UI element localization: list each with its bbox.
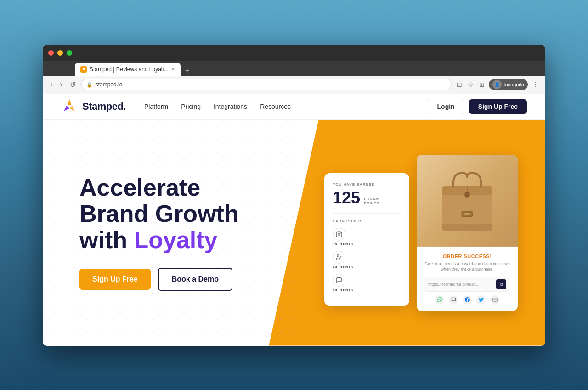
share-email-icon[interactable] (490, 295, 499, 305)
incognito-badge[interactable]: 👤 Incognito (489, 79, 528, 90)
svg-marker-2 (69, 106, 75, 111)
point-item-review: 50 POINTS (333, 273, 401, 292)
address-bar[interactable]: 🔒 stamped.io (81, 79, 452, 90)
svg-marker-0 (68, 99, 71, 105)
point-item-referral: 40 POINTS (333, 250, 401, 269)
review-points: 50 POINTS (333, 288, 353, 292)
share-sms-icon[interactable] (449, 295, 458, 305)
referral-points: 40 POINTS (333, 265, 353, 269)
back-button[interactable]: ‹ (48, 79, 54, 90)
headline-line2: Brand Growth (79, 200, 239, 227)
login-button[interactable]: Login (428, 99, 464, 114)
new-tab-button[interactable]: + (181, 67, 193, 75)
svg-rect-3 (336, 232, 342, 237)
hero-headline: Accelerate Brand Growth with Loyalty (79, 175, 239, 254)
logo[interactable]: Stamped. (61, 98, 126, 115)
headline-highlight: Loyalty (134, 226, 217, 253)
lock-icon: 🔒 (86, 82, 93, 88)
reload-button[interactable]: ↺ (68, 79, 78, 90)
logo-text: Stamped. (82, 101, 126, 113)
order-success-title: ORDER SUCCESS! (424, 253, 510, 259)
svg-point-6 (337, 254, 339, 257)
point-item-instagram: 35 POINTS (333, 227, 401, 246)
tab-close-button[interactable]: ✕ (171, 67, 175, 72)
share-whatsapp-icon[interactable] (435, 295, 444, 305)
copy-url-button[interactable]: ⧉ (496, 279, 506, 289)
svg-point-4 (338, 233, 340, 235)
product-image-area (417, 154, 518, 246)
website-content: Stamped. Platform Pricing Integrations R… (43, 94, 545, 346)
points-number: 125 (333, 188, 360, 207)
hero-buttons: Sign Up Free Book a Demo (79, 268, 239, 291)
instagram-points: 35 POINTS (333, 242, 353, 246)
tab-favicon: ★ (80, 66, 87, 73)
traffic-light-minimize[interactable] (57, 50, 63, 56)
browser-window: ★ Stamped | Reviews and Loyalt... ✕ + ‹ … (43, 45, 545, 346)
cast-icon[interactable]: ⊡ (455, 79, 464, 90)
browser-toolbar: ‹ › ↺ 🔒 stamped.io ⊡ ☆ ⊞ 👤 Incognito ⋮ (43, 76, 545, 94)
nav-integrations[interactable]: Integrations (214, 103, 247, 110)
order-success-desc: Give your friends a reward and claim you… (424, 260, 510, 272)
svg-marker-1 (64, 106, 69, 111)
share-facebook-icon[interactable] (463, 295, 472, 305)
product-ui: YOU HAVE EARNED 125 LORAMPOINTS EARN POI… (324, 154, 518, 311)
hero-demo-button[interactable]: Book a Demo (158, 268, 232, 291)
share-url-text: https://loramhome.com/a/... (428, 282, 494, 287)
active-tab[interactable]: ★ Stamped | Reviews and Loyalt... ✕ (75, 63, 181, 76)
earn-label: EARN POINTS (333, 219, 401, 223)
nav-links: Platform Pricing Integrations Resources (144, 103, 291, 110)
incognito-label: Incognito (503, 82, 524, 87)
hero-signup-button[interactable]: Sign Up Free (79, 269, 151, 290)
product-image-card: ORDER SUCCESS! Give your friends a rewar… (417, 154, 518, 311)
browser-tab-bar: ★ Stamped | Reviews and Loyalt... ✕ + (43, 61, 545, 76)
handbag-image (435, 164, 499, 237)
navbar: Stamped. Platform Pricing Integrations R… (43, 94, 545, 120)
traffic-light-maximize[interactable] (67, 50, 72, 56)
share-twitter-icon[interactable] (476, 295, 486, 305)
review-icon (333, 273, 345, 286)
logo-icon (61, 98, 78, 115)
svg-rect-14 (442, 223, 492, 230)
toolbar-right: ⊡ ☆ ⊞ 👤 Incognito ⋮ (455, 79, 540, 90)
divider-1 (333, 213, 401, 213)
bookmark-icon[interactable]: ☆ (466, 79, 475, 90)
url-text: stamped.io (96, 81, 123, 88)
referral-icon (333, 250, 345, 263)
nav-resources[interactable]: Resources (260, 103, 291, 110)
headline-line1: Accelerate (79, 174, 200, 201)
hero-content: Accelerate Brand Growth with Loyalty Sig… (79, 175, 239, 291)
points-display: 125 LORAMPOINTS (333, 188, 401, 207)
browser-titlebar (43, 45, 545, 61)
nav-platform[interactable]: Platform (144, 103, 168, 110)
extensions-icon[interactable]: ⊞ (478, 79, 486, 90)
signup-button[interactable]: Sign Up Free (469, 99, 527, 114)
headline-line3: with (79, 226, 134, 253)
nav-pricing[interactable]: Pricing (181, 103, 201, 110)
svg-point-12 (465, 192, 469, 197)
loyalty-card: YOU HAVE EARNED 125 LORAMPOINTS EARN POI… (324, 173, 409, 305)
tab-title: Stamped | Reviews and Loyalt... (90, 66, 169, 73)
earned-label: YOU HAVE EARNED (333, 182, 401, 186)
share-url-row: https://loramhome.com/a/... ⧉ (424, 277, 510, 292)
instagram-icon (333, 227, 345, 240)
points-label: LORAMPOINTS (364, 197, 379, 206)
menu-icon[interactable]: ⋮ (531, 79, 540, 90)
forward-button[interactable]: › (58, 79, 64, 90)
nav-right: Login Sign Up Free (428, 99, 527, 114)
incognito-avatar: 👤 (492, 80, 502, 89)
traffic-light-close[interactable] (48, 50, 54, 56)
svg-point-5 (340, 232, 341, 233)
svg-rect-16 (464, 212, 470, 215)
order-success-card: ORDER SUCCESS! Give your friends a rewar… (417, 246, 518, 311)
share-icons-row (424, 295, 510, 305)
